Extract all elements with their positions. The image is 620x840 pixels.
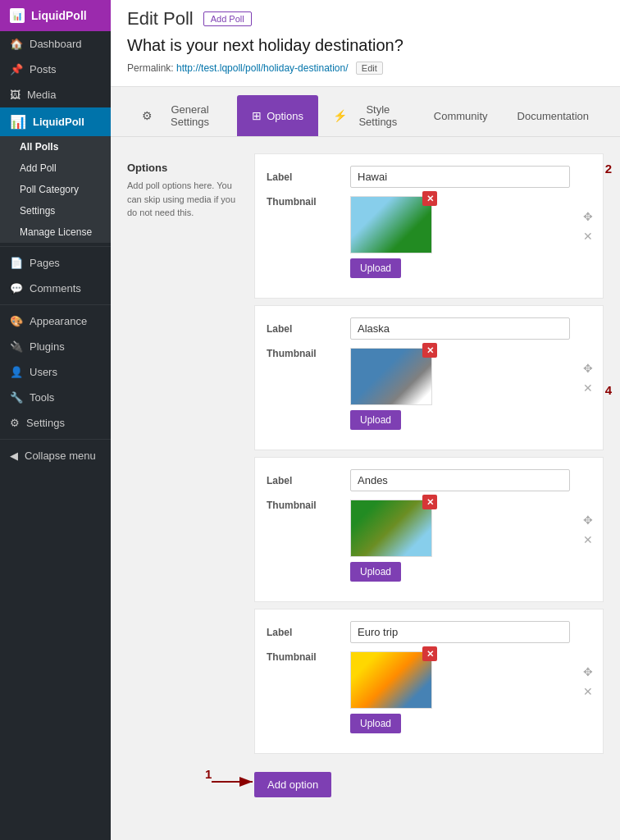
sidebar-label: All Polls [20, 141, 58, 153]
option-label-input[interactable] [350, 317, 570, 340]
options-description: Options Add poll options here. You can s… [127, 153, 254, 760]
permalink-link[interactable]: http://test.lqpoll/poll/holiday-destinat… [176, 62, 348, 74]
permalink-label: Permalink: [127, 62, 174, 74]
upload-button[interactable]: Upload [350, 714, 401, 733]
thumbnail-field-label: Thumbnail [267, 196, 340, 208]
tab-label: Community [434, 110, 488, 122]
sidebar-submenu: All Polls Add Poll Poll Category Setting… [0, 136, 111, 243]
sidebar-item-all-polls[interactable]: All Polls [10, 136, 111, 158]
plugins-icon: 🔌 [10, 340, 23, 353]
sidebar-item-label: Media [27, 89, 56, 101]
delete-option-button[interactable]: ✕ [580, 228, 596, 244]
lightning-icon: ⚡ [333, 109, 347, 122]
move-handle[interactable]: ✥ [580, 664, 596, 680]
sidebar-item-label: LiquidPoll [33, 116, 84, 128]
permalink-edit-button[interactable]: Edit [356, 62, 383, 75]
thumbnail-area: ✕ Upload [350, 500, 432, 582]
upload-button[interactable]: Upload [350, 562, 401, 582]
thumbnail-remove-button[interactable]: ✕ [422, 646, 437, 661]
label-field-row: Label [267, 621, 570, 643]
thumbnail-remove-button[interactable]: ✕ [422, 191, 437, 206]
sidebar-item-settings-main[interactable]: ⚙ Settings [0, 410, 111, 436]
sidebar-label: Settings [20, 205, 55, 217]
sidebar-item-plugins[interactable]: 🔌 Plugins [0, 334, 111, 359]
sidebar-divider2 [0, 304, 111, 305]
sidebar-item-label: Pages [30, 257, 60, 269]
permalink-row: Permalink: http://test.lqpoll/poll/holid… [127, 62, 604, 75]
posts-icon: 📌 [10, 63, 23, 75]
move-handle[interactable]: ✥ [580, 512, 596, 528]
sidebar-item-collapse[interactable]: ◀ Collapse menu [0, 443, 111, 468]
tabs-row: ⚙ General Settings ⊞ Options ⚡ Style Set… [111, 87, 620, 137]
tab-options[interactable]: ⊞ Options [237, 95, 318, 136]
thumbnail-field-row: Thumbnail ✕ Upload [267, 500, 570, 582]
sidebar-item-manage-license[interactable]: Manage License [10, 221, 111, 243]
collapse-icon: ◀ [10, 450, 18, 462]
label-field-label: Label [267, 627, 340, 638]
annotation-4: 4 [605, 383, 612, 397]
tab-style-settings[interactable]: ⚡ Style Settings [318, 95, 419, 136]
thumbnail-remove-button[interactable]: ✕ [422, 343, 437, 358]
sidebar-item-users[interactable]: 👤 Users [0, 359, 111, 385]
sidebar-item-appearance[interactable]: 🎨 Appearance [0, 308, 111, 334]
sidebar-divider [0, 246, 111, 247]
appearance-icon: 🎨 [10, 315, 23, 327]
sidebar-item-pages[interactable]: 📄 Pages [0, 250, 111, 276]
sidebar-item-label: Posts [30, 63, 57, 75]
delete-option-button[interactable]: ✕ [580, 532, 596, 548]
thumbnail-image [350, 348, 432, 405]
sidebar-item-liquidpoll[interactable]: 📊 LiquidPoll [0, 107, 111, 136]
sidebar-divider3 [0, 439, 111, 440]
thumbnail-field-label: Thumbnail [267, 500, 340, 511]
grid-icon: ⊞ [252, 109, 262, 122]
logo-text: LiquidPoll [31, 9, 87, 22]
tab-label: Documentation [517, 110, 589, 122]
sidebar-item-settings-sub[interactable]: Settings [10, 200, 111, 221]
sidebar-item-posts[interactable]: 📌 Posts [0, 57, 111, 82]
settings-icon: ⚙ [10, 417, 20, 429]
tools-icon: 🔧 [10, 391, 23, 404]
upload-button[interactable]: Upload [350, 410, 401, 430]
sidebar-item-tools[interactable]: 🔧 Tools [0, 385, 111, 410]
label-field-label: Label [267, 323, 340, 335]
sidebar-item-media[interactable]: 🖼 Media [0, 82, 111, 107]
delete-option-button[interactable]: ✕ [580, 683, 596, 700]
label-field-row: Label [267, 317, 570, 340]
annotation-2: 2 [605, 162, 612, 176]
sidebar-label: Poll Category [20, 184, 79, 195]
options-section-title: Options [127, 162, 243, 174]
sidebar-item-poll-category[interactable]: Poll Category [10, 179, 111, 200]
tab-documentation[interactable]: Documentation [503, 95, 604, 136]
liquidpoll-icon: 📊 [10, 114, 26, 130]
users-icon: 👤 [10, 366, 23, 378]
option-label-input[interactable] [350, 469, 570, 491]
thumbnail-field-row: Thumbnail ✕ Upload [267, 196, 570, 278]
sidebar-item-label: Dashboard [30, 38, 82, 50]
move-handle[interactable]: ✥ [580, 208, 596, 225]
options-layout: Options Add poll options here. You can s… [127, 153, 604, 760]
thumbnail-image [350, 651, 432, 709]
sidebar-item-label: Collapse menu [25, 450, 96, 462]
upload-button[interactable]: Upload [350, 258, 401, 278]
tab-community[interactable]: Community [419, 95, 503, 136]
content-area: Options Add poll options here. You can s… [111, 137, 620, 814]
poll-question: What is your next holiday destination? [127, 36, 604, 57]
move-handle[interactable]: ✥ [580, 360, 596, 377]
thumbnail-field-row: Thumbnail ✕ Upload [267, 348, 570, 430]
thumbnail-remove-button[interactable]: ✕ [422, 495, 437, 509]
add-option-section: 1 Add option [127, 760, 604, 797]
tab-general-settings[interactable]: ⚙ General Settings [127, 95, 237, 136]
sidebar-item-dashboard[interactable]: 🏠 Dashboard [0, 31, 111, 57]
option-row: Label Thumbnail ✕ Upload [254, 457, 604, 602]
page-header: Edit Poll Add Poll What is your next hol… [111, 0, 620, 87]
add-option-button[interactable]: Add option [254, 772, 331, 797]
option-label-input[interactable] [350, 621, 570, 643]
thumbnail-field-label: Thumbnail [267, 348, 340, 359]
delete-option-button[interactable]: ✕ [580, 380, 596, 396]
option-label-input[interactable] [350, 166, 570, 188]
add-poll-header-button[interactable]: Add Poll [203, 11, 252, 26]
sidebar-item-add-poll[interactable]: Add Poll [10, 158, 111, 179]
sidebar-item-comments[interactable]: 💬 Comments [0, 276, 111, 301]
thumbnail-area: ✕ Upload [350, 196, 432, 278]
option-row: Label Thumbnail ✕ Upload [254, 305, 604, 450]
